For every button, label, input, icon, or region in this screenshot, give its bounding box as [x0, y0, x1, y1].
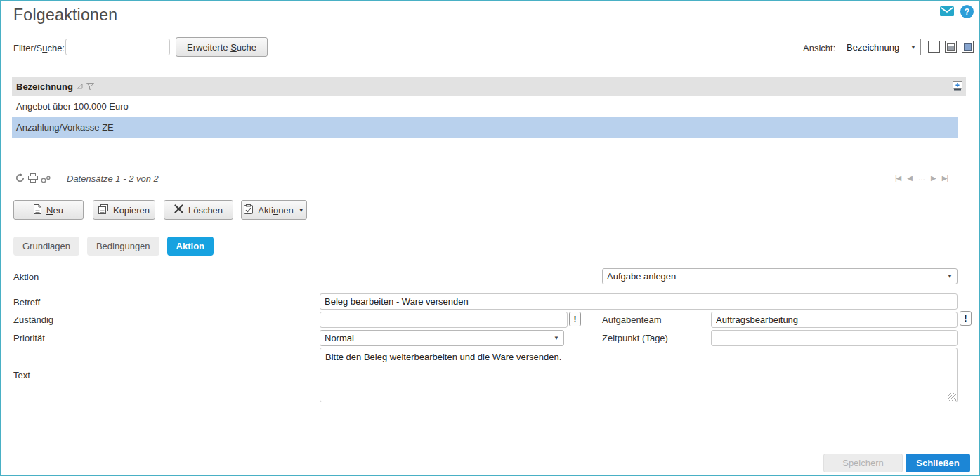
tab-bedingungen[interactable]: Bedingungen	[87, 237, 159, 256]
aktion-select[interactable]: Aufgabe anlegen ▼	[602, 268, 958, 284]
table-row[interactable]: Angebot über 100.000 Euro	[12, 96, 958, 117]
document-icon	[34, 204, 41, 216]
zustaendig-input[interactable]	[320, 312, 568, 328]
view-label: Ansicht:	[803, 43, 835, 53]
folgeaktionen-window: Folgeaktionen ? Filter/Suche: Erweiterte…	[0, 0, 980, 476]
table-header-row: Bezeichnung	[12, 77, 966, 96]
copy-button[interactable]: Kopieren	[93, 200, 155, 220]
copy-button-label: Kopieren	[113, 205, 150, 216]
close-button[interactable]: Schließen	[906, 454, 970, 472]
page-title: Folgeaktionen	[13, 6, 117, 25]
prev-page-icon[interactable]: ◀	[907, 174, 912, 182]
sort-ascending-icon[interactable]	[77, 84, 83, 89]
filter-search-label: Filter/Suche:	[13, 43, 65, 53]
aufgabenteam-input[interactable]	[711, 312, 958, 328]
settings-gears-icon[interactable]	[41, 175, 51, 185]
delete-button[interactable]: Löschen	[164, 200, 233, 220]
zeitpunkt-input[interactable]	[711, 330, 958, 346]
prioritaet-select-value: Normal	[325, 333, 354, 343]
filled-square-icon	[964, 43, 972, 51]
tab-aktion[interactable]: Aktion	[167, 237, 214, 256]
first-page-icon[interactable]: |◀	[895, 174, 901, 182]
chevron-down-icon: ▼	[554, 335, 559, 341]
zeitpunkt-label: Zeitpunkt (Tage)	[602, 333, 668, 343]
records-count-text: Datensätze 1 - 2 von 2	[67, 173, 159, 184]
betreff-input[interactable]	[320, 293, 958, 310]
zustaendig-lookup-button[interactable]: !	[569, 312, 581, 326]
help-glyph: ?	[965, 7, 969, 17]
split-square-icon	[947, 43, 955, 51]
aktion-label: Aktion	[13, 272, 39, 282]
save-button[interactable]: Speichern	[823, 454, 903, 472]
detail-tabs: Grundlagen Bedingungen Aktion	[13, 237, 214, 256]
exclamation-icon: !	[965, 314, 967, 324]
aufgabenteam-lookup-button[interactable]: !	[960, 311, 972, 326]
mail-icon[interactable]	[940, 6, 954, 18]
prioritaet-select[interactable]: Normal ▼	[320, 330, 564, 346]
advanced-search-button[interactable]: Erweiterte Suche	[176, 37, 268, 57]
help-icon[interactable]: ?	[960, 5, 974, 18]
chevron-down-icon: ▼	[910, 44, 916, 51]
aufgabenteam-label: Aufgabenteam	[602, 315, 662, 325]
actions-menu-button[interactable]: Aktionen ▼	[241, 200, 307, 220]
table-row-selected[interactable]: Anzahlung/Vorkasse ZE	[12, 117, 958, 138]
clipboard-icon	[244, 204, 253, 216]
resize-handle-icon[interactable]	[948, 393, 956, 401]
column-header-bezeichnung[interactable]: Bezeichnung	[16, 81, 73, 92]
filter-funnel-icon[interactable]	[86, 83, 94, 90]
filter-search-input[interactable]	[65, 39, 170, 55]
text-label: Text	[13, 370, 30, 381]
square-outline-icon	[930, 43, 938, 51]
betreff-label: Betreff	[13, 297, 40, 308]
tab-grundlagen[interactable]: Grundlagen	[13, 237, 79, 256]
pagination: |◀ ◀ … ▶ ▶|	[895, 174, 948, 182]
aktion-select-value: Aufgabe anlegen	[607, 271, 676, 282]
new-button-label: Neu	[46, 205, 63, 216]
new-button[interactable]: Neu	[13, 200, 84, 220]
actions-button-label: Aktionen	[258, 205, 294, 216]
text-area-wrapper: Bitte den Beleg weiterbearbeiten und die…	[320, 348, 958, 402]
view-button-detail[interactable]	[962, 41, 974, 53]
view-button-list[interactable]	[928, 41, 940, 53]
chevron-down-icon: ▼	[947, 273, 953, 279]
zustaendig-label: Zuständig	[13, 315, 53, 325]
page-ellipsis[interactable]: …	[918, 174, 925, 182]
chevron-down-icon: ▼	[299, 207, 304, 213]
last-page-icon[interactable]: ▶|	[942, 174, 948, 182]
prioritaet-label: Priorität	[13, 333, 45, 343]
print-icon[interactable]	[28, 173, 38, 185]
refresh-icon[interactable]	[15, 173, 25, 185]
x-delete-icon	[174, 204, 183, 216]
next-page-icon[interactable]: ▶	[931, 174, 936, 182]
advanced-search-label: Erweiterte Suche	[187, 42, 256, 53]
view-mode-value: Bezeichnung	[847, 42, 899, 53]
view-button-split[interactable]	[945, 41, 957, 53]
delete-button-label: Löschen	[188, 205, 223, 216]
export-icon[interactable]	[953, 81, 962, 93]
exclamation-icon: !	[574, 315, 577, 324]
copy-icon	[98, 204, 108, 216]
view-mode-select[interactable]: Bezeichnung ▼	[842, 39, 921, 55]
text-textarea[interactable]: Bitte den Beleg weiterbearbeiten und die…	[320, 348, 958, 402]
